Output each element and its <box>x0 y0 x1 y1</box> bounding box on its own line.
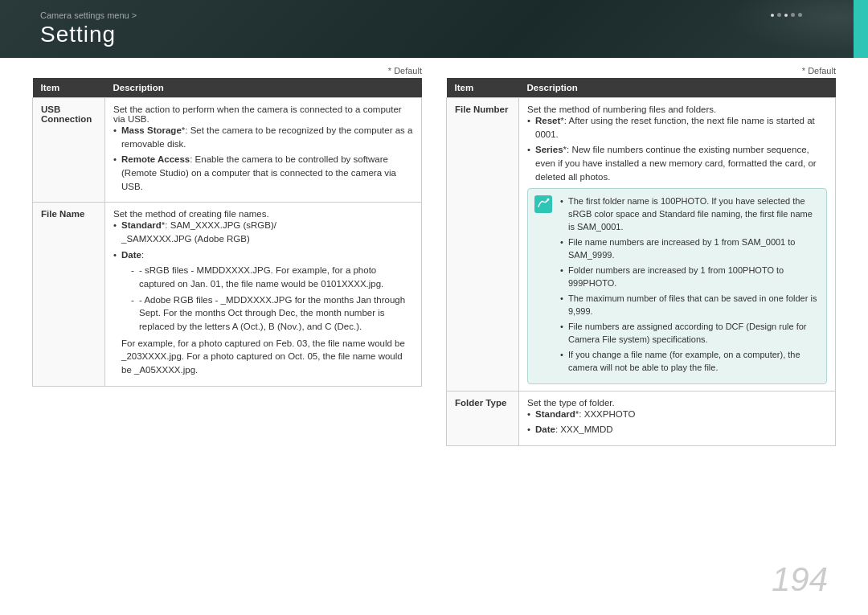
right-table-section: * Default Item Description File Number S… <box>446 66 836 446</box>
usb-intro-text: Set the action to perform when the camer… <box>113 105 402 124</box>
filename-date-srgb: - sRGB files - MMDDXXXX.JPG. For example… <box>131 264 413 290</box>
header-decorative-dots <box>769 10 804 21</box>
filename-standard-bullet: Standard*: SAM_XXXX.JPG (sRGB)/_SAMXXXX.… <box>113 219 413 245</box>
table-row: Folder Type Set the type of folder. Stan… <box>447 391 836 445</box>
note-bullet-2: File name numbers are increased by 1 fro… <box>560 236 818 262</box>
right-table: Item Description File Number Set the met… <box>446 78 836 446</box>
table-row: USBConnection Set the action to perform … <box>33 98 422 203</box>
header-bg-decoration <box>707 0 868 58</box>
filenumber-intro-text: Set the method of numbering files and fo… <box>527 105 716 114</box>
right-col-desc: Description <box>519 78 836 98</box>
breadcrumb: Camera settings menu > <box>40 10 137 20</box>
page-title: Setting <box>40 22 137 47</box>
usb-connection-label: USBConnection <box>33 98 105 203</box>
filename-intro-text: Set the method of creating file names. <box>113 209 269 219</box>
file-number-label: File Number <box>447 98 519 392</box>
page-header: Camera settings menu > Setting <box>0 0 868 58</box>
foldertype-date-bullet: Date: XXX_MMDD <box>527 423 827 437</box>
file-name-desc: Set the method of creating file names. S… <box>105 203 422 386</box>
header-title-area: Camera settings menu > Setting <box>40 10 137 47</box>
note-icon <box>534 195 552 213</box>
filename-date-bullet: Date: - sRGB files - MMDDXXXX.JPG. For e… <box>113 248 413 377</box>
left-table: Item Description USBConnection Set the a… <box>32 78 422 387</box>
note-box-content: The first folder name is 100PHOTO. If yo… <box>560 195 818 374</box>
note-bullet-3: Folder numbers are increased by 1 from 1… <box>560 264 818 290</box>
left-default-note: * Default <box>32 66 422 76</box>
right-col-item: Item <box>447 78 519 98</box>
svg-rect-0 <box>534 195 552 213</box>
usb-bullet-1: Mass Storage*: Set the camera to be reco… <box>113 124 413 150</box>
filenumber-reset-bullet: Reset*: After using the reset function, … <box>527 114 827 141</box>
note-bullet-1: The first folder name is 100PHOTO. If yo… <box>560 195 818 234</box>
right-default-note: * Default <box>446 66 836 76</box>
usb-connection-desc: Set the action to perform when the camer… <box>105 98 422 203</box>
filename-date-adobe: - Adobe RGB files - _MDDXXXX.JPG for the… <box>131 293 413 334</box>
page-number: 194 <box>772 560 828 599</box>
note-bullet-4: The maximum number of files that can be … <box>560 293 818 318</box>
foldertype-intro-text: Set the type of folder. <box>527 398 615 408</box>
table-row: File Name Set the method of creating fil… <box>33 203 422 386</box>
foldertype-standard-bullet: Standard*: XXXPHOTO <box>527 408 827 421</box>
folder-type-desc: Set the type of folder. Standard*: XXXPH… <box>519 391 836 445</box>
note-bullet-6: If you change a file name (for example, … <box>560 349 818 375</box>
main-content: * Default Item Description USBConnection… <box>0 66 868 446</box>
left-table-section: * Default Item Description USBConnection… <box>32 66 422 446</box>
table-row: File Number Set the method of numbering … <box>447 98 836 392</box>
file-name-label: File Name <box>33 203 105 386</box>
filenumber-series-bullet: Series*: New file numbers continue the e… <box>527 143 827 183</box>
svg-point-1 <box>547 199 550 201</box>
folder-type-label: Folder Type <box>447 391 519 445</box>
file-number-desc: Set the method of numbering files and fo… <box>519 98 836 392</box>
left-col-desc: Description <box>105 78 422 98</box>
header-accent-bar <box>854 0 868 58</box>
usb-bullet-2: Remote Access: Enable the camera to be c… <box>113 153 413 193</box>
left-col-item: Item <box>33 78 105 98</box>
filename-example-text: For example, for a photo captured on Feb… <box>121 337 413 377</box>
file-number-note-box: The first folder name is 100PHOTO. If yo… <box>527 188 827 383</box>
note-bullet-5: File numbers are assigned according to D… <box>560 321 818 346</box>
